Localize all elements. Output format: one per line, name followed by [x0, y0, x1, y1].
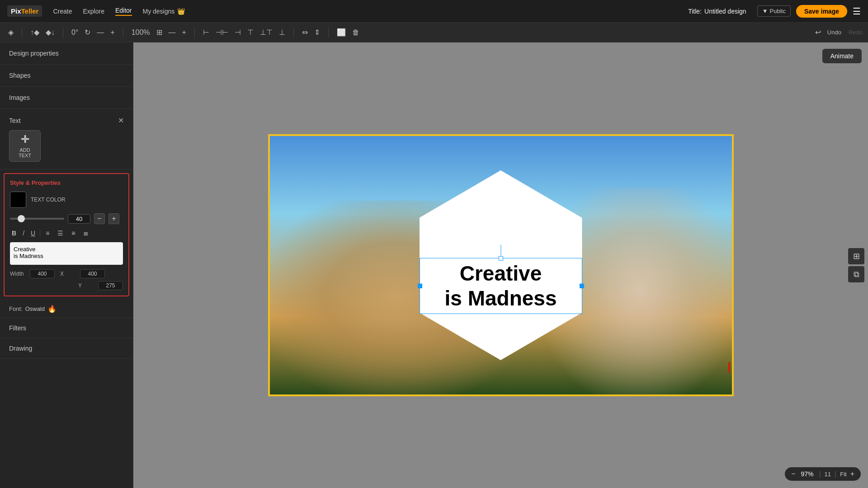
page-number: 11 [825, 471, 831, 478]
move-down-icon[interactable]: ◆↓ [43, 26, 57, 38]
align-middle-icon[interactable]: ⊥⊤ [257, 26, 275, 38]
align-right-text-button[interactable]: ≡ [69, 229, 78, 238]
font-name[interactable]: Oswald [25, 305, 45, 312]
text-color-swatch[interactable] [10, 192, 26, 208]
fire-icon: 🔥 [47, 305, 57, 313]
sep6 [328, 27, 329, 38]
main-layout: Design properties Shapes Images Text ✕ ✛… [0, 42, 868, 488]
add-text-plus-icon: ✛ [21, 134, 29, 145]
canvas-text: Creativeis Madness [425, 261, 577, 311]
nav-editor[interactable]: Editor [115, 7, 132, 16]
frame-icon[interactable]: ⬜ [334, 26, 349, 38]
red-marker [728, 362, 730, 373]
undo-icon[interactable]: ↩ [812, 26, 824, 38]
zoom-minus[interactable]: — [166, 27, 179, 38]
font-size-decrease[interactable]: − [94, 213, 105, 224]
save-button[interactable]: Save image [796, 5, 847, 18]
drawing-title[interactable]: Drawing [9, 345, 124, 352]
title-section: Title: Untitled design [688, 8, 746, 15]
redo-label[interactable]: Redo [849, 29, 863, 36]
dropdown-icon: ▼ [762, 8, 768, 14]
undo-redo-group: ↩ Undo Redo [812, 26, 863, 38]
rotate-icon[interactable]: ↻ [82, 26, 93, 38]
format-sep [40, 230, 40, 237]
zoom-sep: | [819, 470, 821, 478]
plus-rotate[interactable]: + [108, 27, 117, 38]
font-size-slider[interactable] [10, 218, 64, 220]
zoom-sep2: | [835, 470, 836, 478]
menu-button[interactable]: ☰ [853, 6, 861, 17]
zoom-plus[interactable]: + [179, 27, 189, 38]
misc-group: ⬜ 🗑 [334, 26, 362, 38]
flip-h-icon[interactable]: ⇔ [299, 26, 311, 38]
title-value[interactable]: Untitled design [704, 8, 746, 15]
undo-label[interactable]: Undo [827, 29, 841, 36]
zoom-fit[interactable]: Fit [840, 471, 846, 478]
text-color-label: TEXT COLOR [31, 197, 65, 203]
handle-top-center[interactable] [499, 256, 503, 261]
handle-mid-right[interactable] [580, 284, 584, 288]
zoom-in-button[interactable]: + [850, 470, 854, 478]
layers-button[interactable]: ⧉ [848, 266, 864, 282]
align-center-h-icon[interactable]: ⊣⊢ [213, 26, 231, 38]
left-sidebar: Design properties Shapes Images Text ✕ ✛… [0, 42, 133, 488]
design-inner: Creativeis Madness [270, 136, 732, 394]
add-text-button[interactable]: ✛ ADD TEXT [9, 130, 41, 162]
align-left-text-button[interactable]: ≡ [43, 229, 52, 238]
zoom-out-button[interactable]: − [791, 470, 795, 478]
minus-rotate[interactable]: — [94, 27, 107, 38]
layer-icon[interactable]: ◈ [5, 26, 16, 38]
format-row: B / U ≡ ☰ ≡ ≣ [10, 229, 123, 238]
title-label: Title: [688, 8, 702, 15]
text-section: Text ✕ ✛ ADD TEXT [0, 109, 133, 169]
selected-text-element[interactable]: Creativeis Madness [420, 258, 582, 314]
align-left-icon[interactable]: ⊢ [200, 26, 212, 38]
animate-button[interactable]: Animate [822, 49, 862, 63]
style-properties-panel: Style & Properties TEXT COLOR − + B / U … [4, 173, 129, 296]
toolbar: ◈ ↑◆ ◆↓ 0° ↻ — + 100% ⊞ — + ⊢ ⊣⊢ ⊣ ⊤ ⊥⊤ … [0, 23, 868, 42]
shapes-section: Shapes [0, 65, 133, 87]
align-right-icon[interactable]: ⊣ [232, 26, 244, 38]
nav-create[interactable]: Create [53, 8, 72, 15]
text-section-title: Text [9, 117, 21, 124]
zoom-bar: − 97% | 11 | Fit + [785, 467, 861, 481]
filters-title[interactable]: Filters [9, 324, 124, 332]
shapes-title[interactable]: Shapes [9, 72, 124, 79]
font-size-increase[interactable]: + [108, 213, 119, 224]
y-label: Y [78, 282, 96, 289]
dimensions-row: Width X [10, 269, 123, 278]
text-content-area[interactable]: Creative is Madness [10, 242, 123, 265]
nav-right: ▼ Public Save image ☰ [757, 5, 861, 18]
nav-my-designs[interactable]: My designs 👑 [143, 8, 185, 15]
handle-mid-left[interactable] [418, 284, 422, 288]
width-input[interactable] [30, 269, 55, 278]
images-section: Images [0, 87, 133, 109]
sep2 [63, 27, 63, 38]
italic-button[interactable]: / [21, 229, 26, 238]
text-close-button[interactable]: ✕ [118, 116, 124, 125]
sep3 [123, 27, 123, 38]
sep4 [194, 27, 195, 38]
add-element-button[interactable]: ⊞ [848, 248, 864, 264]
align-center-text-button[interactable]: ☰ [55, 229, 66, 238]
align-justify-text-button[interactable]: ≣ [80, 229, 91, 238]
design-properties-title[interactable]: Design properties [9, 50, 124, 57]
nav-explore[interactable]: Explore [83, 8, 104, 15]
design-canvas[interactable]: Creativeis Madness [268, 134, 734, 396]
flip-v-icon[interactable]: ⇕ [311, 26, 323, 38]
images-title[interactable]: Images [9, 94, 124, 101]
x-input[interactable] [80, 269, 105, 278]
delete-icon[interactable]: 🗑 [349, 27, 362, 38]
align-bottom-icon[interactable]: ⊥ [276, 26, 288, 38]
move-up-icon[interactable]: ↑◆ [28, 26, 42, 38]
font-size-input[interactable] [68, 214, 90, 224]
top-nav: PixTeller Create Explore Editor My desig… [0, 0, 868, 23]
logo: PixTeller [7, 5, 42, 17]
align-top-icon[interactable]: ⊤ [245, 26, 256, 38]
underline-button[interactable]: U [29, 229, 37, 238]
bold-button[interactable]: B [10, 229, 18, 238]
y-input[interactable] [98, 281, 123, 290]
font-row: Font: Oswald 🔥 [0, 300, 133, 318]
grid-icon[interactable]: ⊞ [154, 26, 165, 38]
public-button[interactable]: ▼ Public [757, 5, 791, 17]
